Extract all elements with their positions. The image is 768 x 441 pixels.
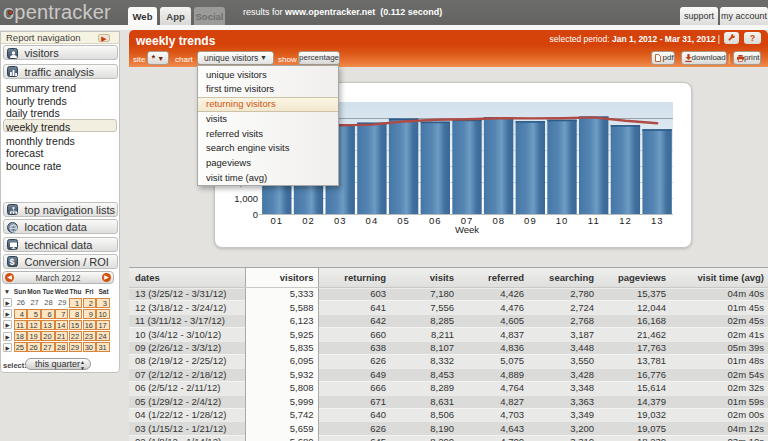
svg-text:1,000: 1,000: [234, 193, 258, 204]
svg-text:03: 03: [334, 215, 347, 226]
svg-text:10: 10: [556, 215, 569, 226]
svg-text:05: 05: [397, 215, 410, 226]
svg-text:0: 0: [253, 209, 258, 220]
svg-text:02: 02: [302, 215, 315, 226]
svg-text:08: 08: [492, 215, 505, 226]
svg-text:09: 09: [524, 215, 537, 226]
svg-text:04: 04: [366, 215, 379, 226]
svg-text:01: 01: [271, 215, 284, 226]
svg-text:12: 12: [619, 215, 632, 226]
svg-text:13: 13: [651, 215, 664, 226]
svg-text:06: 06: [429, 215, 442, 226]
svg-text:Week: Week: [455, 224, 479, 235]
svg-text:11: 11: [588, 215, 600, 226]
